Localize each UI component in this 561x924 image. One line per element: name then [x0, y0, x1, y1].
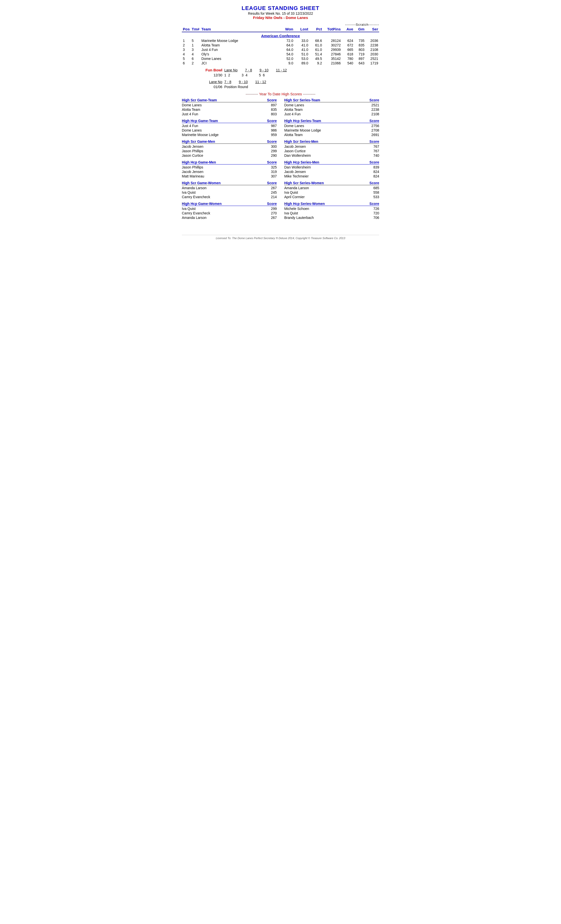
score-left-1: High Hcp Game-TeamScoreJust 4 Fun987Dome… — [182, 119, 277, 137]
score-header-1-1: High Hcp Series-TeamScore — [284, 119, 379, 123]
entry-name: Just 4 Fun — [182, 124, 198, 128]
entry-name: Jacob Jensen — [182, 170, 203, 174]
score-category-label: High Scr Series-Men — [284, 140, 318, 144]
entry-name: Camry Evancheck — [182, 195, 210, 199]
team-ser: 2030 — [365, 52, 379, 56]
entry-name: Dome Lanes — [284, 103, 304, 107]
team-ave: 540 — [342, 61, 354, 65]
entry-name: Alotta Team — [284, 108, 303, 112]
score-score-label: Score — [369, 140, 379, 144]
team-totpins: 28124 — [323, 39, 342, 43]
page-title: LEAGUE STANDING SHEET — [182, 5, 379, 12]
score-score-label: Score — [267, 181, 277, 185]
team-lost: 53.0 — [294, 56, 309, 61]
score-header-4-1: High Scr Series-WomenScore — [284, 181, 379, 185]
score-category-label: High Hcp Game-Men — [182, 160, 216, 164]
team-pos: 1 — [182, 39, 191, 43]
score-category-label: High Hcp Series-Team — [284, 119, 321, 123]
entry-score: 803 — [264, 112, 277, 116]
list-item: Brandy Lauterbach706 — [284, 215, 379, 220]
team-won: 52.0 — [279, 56, 294, 61]
score-left-2: High Scr Game-MenScoreJacob Jensen300Jas… — [182, 140, 277, 158]
col-team: Team — [200, 27, 279, 32]
list-item: Amanda Larson267 — [182, 215, 277, 220]
fun-bowl-7-8-2: 7 - 8 — [224, 80, 231, 84]
team-ave: 624 — [342, 39, 354, 43]
col-tm: Tm# — [191, 27, 200, 32]
team-pct: 68.6 — [309, 39, 323, 43]
score-right-0: High Scr Series-TeamScoreDome Lanes2521A… — [284, 98, 379, 116]
team-pos: 2 — [182, 43, 191, 47]
col-gm: Gm — [354, 27, 365, 32]
entry-score: 986 — [264, 128, 277, 132]
fun-bowl-9-10: 9 - 10 — [260, 68, 269, 72]
entry-name: Camry Evancheck — [182, 211, 210, 215]
score-section-3: High Hcp Game-MenScoreJason Phillips325J… — [182, 160, 379, 178]
col-pct: Pct — [309, 27, 323, 32]
entry-name: Iva Quist — [284, 211, 298, 215]
list-item: Iva Quist245 — [182, 190, 277, 195]
entry-score: 533 — [367, 195, 379, 199]
table-row: 3 3 Just 4 Fun 64.0 41.0 61.0 29939 665 … — [182, 47, 379, 52]
score-category-label: High Hcp Game-Women — [182, 202, 221, 206]
list-item: Michele Schoen726 — [284, 206, 379, 211]
team-pos: 6 — [182, 61, 191, 65]
entry-score: 959 — [264, 133, 277, 137]
list-item: Dan Wollersheim740 — [284, 153, 379, 158]
score-header-1-0: High Hcp Game-TeamScore — [182, 119, 277, 123]
team-ave: 618 — [342, 52, 354, 56]
score-left-3: High Hcp Game-MenScoreJason Phillips325J… — [182, 160, 277, 178]
entry-name: Dan Wollersheim — [284, 165, 311, 169]
fun-bowl-title: Fun Bowl — [206, 68, 223, 72]
entry-score: 726 — [367, 207, 379, 211]
year-to-date-header: ---------- Year To Date High Scores ----… — [182, 92, 379, 96]
score-header-3-0: High Hcp Game-MenScore — [182, 160, 277, 165]
entry-score: 740 — [367, 153, 379, 158]
team-name: Just 4 Fun — [200, 47, 279, 52]
score-category-label: High Scr Series-Women — [284, 181, 324, 185]
team-ser: 1719 — [365, 61, 379, 65]
team-tm: 6 — [191, 56, 200, 61]
table-row: 2 1 Alotta Team 64.0 41.0 61.0 30272 672… — [182, 43, 379, 47]
entry-name: Iva Quist — [182, 190, 196, 194]
fun-bowl-9-10-2: 9 - 10 — [239, 80, 248, 84]
score-right-1: High Hcp Series-TeamScoreDome Lanes2756M… — [284, 119, 379, 137]
list-item: Dome Lanes986 — [182, 128, 277, 132]
table-row: 6 2 JCI 9.0 89.0 9.2 21066 540 643 1719 — [182, 61, 379, 65]
fun-bowl-12-30-col2: 3 4 — [242, 73, 247, 77]
list-item: Jason Phillips299 — [182, 149, 277, 153]
team-won: 54.0 — [279, 52, 294, 56]
entry-name: Mike Techmeier — [284, 174, 309, 178]
team-tm: 4 — [191, 52, 200, 56]
score-section-0: High Scr Game-TeamScoreDome Lanes897Alot… — [182, 98, 379, 116]
team-won: 64.0 — [279, 43, 294, 47]
table-row: 1 5 Marinette Moose Lodge 72.0 33.0 68.6… — [182, 39, 379, 43]
col-won: Won — [279, 27, 294, 32]
team-pos: 5 — [182, 56, 191, 61]
standings-table: Pos Tm# Team Won Lost Pct TotPins Ave Gm… — [182, 27, 379, 65]
entry-name: Marinette Moose Lodge — [182, 133, 218, 137]
team-gm: 719 — [354, 52, 365, 56]
list-item: Just 4 Fun2108 — [284, 112, 379, 116]
score-header-0-1: High Scr Series-TeamScore — [284, 98, 379, 102]
list-item: Jacob Jensen319 — [182, 170, 277, 174]
score-score-label: Score — [267, 202, 277, 206]
entry-score: 835 — [264, 108, 277, 112]
entry-score: 245 — [264, 190, 277, 194]
team-ser: 2108 — [365, 47, 379, 52]
fun-bowl-lane-label: Lane No — [224, 68, 238, 72]
score-header-3-1: High Hcp Series-MenScore — [284, 160, 379, 165]
entry-name: Brandy Lauterbach — [284, 216, 314, 220]
team-name: Alotta Team — [200, 43, 279, 47]
header-subtitle: Results for Week No. 15 of 33 12/23/2022 — [182, 12, 379, 15]
entry-name: Jason Phillips — [182, 165, 203, 169]
list-item: Camry Evancheck270 — [182, 211, 277, 215]
entry-name: Jason Curtice — [182, 153, 203, 158]
list-item: Iva Quist720 — [284, 211, 379, 215]
entry-score: 897 — [264, 103, 277, 107]
entry-score: 325 — [264, 165, 277, 169]
score-category-label: High Scr Series-Team — [284, 98, 320, 102]
entry-name: Jason Curtice — [284, 149, 306, 153]
entry-score: 2708 — [367, 128, 379, 132]
list-item: Alotta Team2238 — [284, 107, 379, 112]
